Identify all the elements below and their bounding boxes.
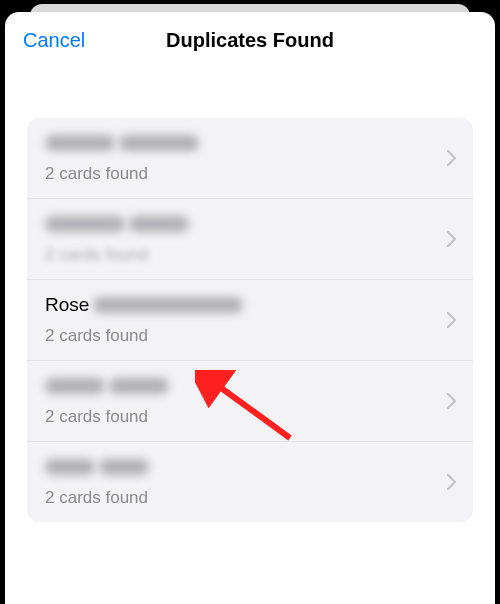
list-item[interactable]: Rose 2 cards found — [27, 280, 473, 361]
list-item[interactable]: 2 cards found — [27, 361, 473, 442]
redacted-text — [99, 459, 149, 475]
list-item[interactable]: 2 cards found — [27, 199, 473, 280]
contact-name — [45, 375, 433, 397]
redacted-text — [45, 216, 125, 232]
redacted-text — [119, 135, 199, 151]
contact-name: Rose — [45, 294, 433, 316]
modal-title: Duplicates Found — [166, 29, 334, 52]
redacted-text — [45, 135, 115, 151]
cards-found-label: 2 cards found — [45, 164, 433, 184]
contact-name — [45, 132, 433, 154]
chevron-right-icon — [447, 393, 457, 409]
modal-sheet: Cancel Duplicates Found 2 cards found 2 … — [5, 12, 495, 604]
redacted-text — [109, 378, 169, 394]
content-area: 2 cards found 2 cards found Rose 2 cards… — [5, 68, 495, 522]
redacted-text — [45, 459, 95, 475]
redacted-text — [129, 216, 189, 232]
cards-found-label: 2 cards found — [45, 407, 433, 427]
list-item[interactable]: 2 cards found — [27, 442, 473, 522]
cards-found-label: 2 cards found — [45, 245, 433, 265]
redacted-text — [45, 378, 105, 394]
cards-found-label: 2 cards found — [45, 326, 433, 346]
modal-header: Cancel Duplicates Found — [5, 12, 495, 68]
chevron-right-icon — [447, 474, 457, 490]
cards-found-label: 2 cards found — [45, 488, 433, 508]
contact-name — [45, 213, 433, 235]
chevron-right-icon — [447, 150, 457, 166]
redacted-text — [93, 297, 243, 313]
list-item[interactable]: 2 cards found — [27, 118, 473, 199]
chevron-right-icon — [447, 231, 457, 247]
chevron-right-icon — [447, 312, 457, 328]
cancel-button[interactable]: Cancel — [23, 29, 85, 52]
contact-name — [45, 456, 433, 478]
contact-name-text: Rose — [45, 294, 89, 316]
duplicates-list: 2 cards found 2 cards found Rose 2 cards… — [27, 118, 473, 522]
